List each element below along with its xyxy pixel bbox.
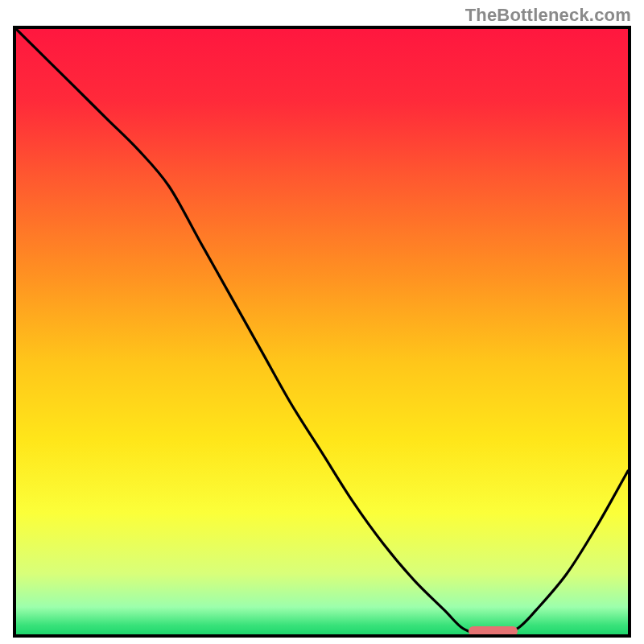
gradient-rect (16, 29, 628, 634)
chart-plot-area (16, 29, 628, 634)
optimal-range-marker (469, 626, 518, 634)
chart-frame (13, 26, 631, 638)
watermark-text: TheBottleneck.com (465, 5, 631, 26)
heatmap-gradient-background (16, 29, 628, 634)
